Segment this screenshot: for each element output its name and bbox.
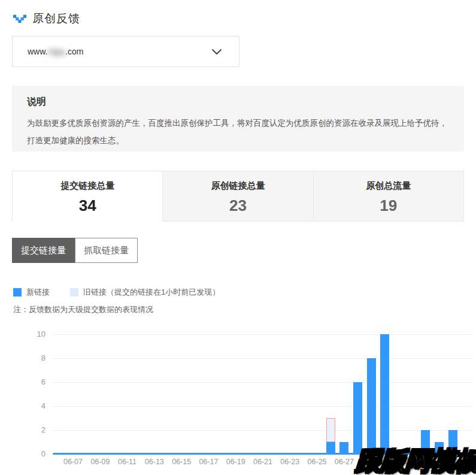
x-axis-label: 06-21 [248,458,278,466]
page-title: 原创反馈 [32,11,80,26]
bar-new-06-29 [367,358,376,454]
gridline-10 [53,334,473,335]
description-text: 为鼓励更多优质原创资源的产生，百度推出原创保护工具，将对百度认定为优质原创的资源… [27,114,449,149]
bar-new-06-30 [380,334,389,454]
new-link-swatch-icon [13,288,22,297]
domain-blurred-part: mjpy [47,47,65,56]
bar-old-06-26 [326,418,335,442]
bar-new-06-28 [353,382,362,454]
x-axis-label: 06-13 [140,458,169,466]
stat-label: 提交链接总量 [13,180,162,192]
description-title: 说明 [27,96,449,108]
chart-note: 注：反馈数据为天级提交数据的表现情况 [13,304,153,315]
tab-original-links-total[interactable]: 原创链接总量 23 [162,171,313,222]
stat-value: 19 [314,196,463,215]
legend-label: 旧链接（提交的链接在1小时前已发现） [83,287,220,298]
baidu-v-logo-icon [13,14,26,23]
watermark: 跟版网模板 [354,444,476,475]
y-axis-label: 4 [0,401,46,410]
y-axis-label: 6 [0,377,46,386]
gridline-2 [53,430,473,431]
y-axis-label: 8 [0,353,46,362]
stat-label: 原创总流量 [314,180,463,192]
x-axis-label: 06-11 [113,458,143,466]
x-axis-label: 06-23 [275,458,305,466]
stat-label: 原创链接总量 [163,180,313,192]
x-axis-label: 06-17 [193,458,223,466]
chart-plot [53,334,473,454]
stat-value: 34 [13,196,162,215]
y-axis-label: 10 [0,329,46,338]
bar-new-06-27 [339,442,348,454]
legend-item-new-links: 新链接 [13,287,50,298]
legend-item-old-links: 旧链接（提交的链接在1小时前已发现） [70,287,220,298]
legend-label: 新链接 [26,287,50,298]
tab-original-traffic-total[interactable]: 原创总流量 19 [313,171,463,222]
x-axis-label: 06-15 [166,458,196,466]
y-axis-label: 0 [0,449,46,458]
stat-value: 23 [163,196,313,215]
x-axis-label: 06-25 [302,458,332,466]
original-feedback-page: 原创反馈 www.mjpy.com 说明 为鼓励更多优质原创资源的产生，百度推出… [0,0,476,475]
description-box: 说明 为鼓励更多优质原创资源的产生，百度推出原创保护工具，将对百度认定为优质原创… [12,86,464,152]
gridline-8 [53,358,473,359]
stat-tabs: 提交链接总量 34 原创链接总量 23 原创总流量 19 [12,171,464,222]
selected-site-domain: www.mjpy.com [28,47,83,56]
tab-submitted-links-total[interactable]: 提交链接总量 34 [13,171,162,222]
gridline-6 [53,382,473,383]
bar-new-06-26 [326,442,335,454]
old-link-swatch-icon [70,288,78,297]
x-axis-label: 06-09 [85,458,115,466]
crawled-links-button[interactable]: 抓取链接量 [75,238,138,263]
site-selector-dropdown[interactable]: www.mjpy.com [12,36,239,67]
chart-mode-toggle: 提交链接量 抓取链接量 [12,238,138,263]
x-axis-label: 06-19 [221,458,251,466]
chart-legend: 新链接 旧链接（提交的链接在1小时前已发现） [13,287,240,298]
page-header: 原创反馈 [13,11,80,26]
x-axis-label: 06-07 [58,458,88,466]
gridline-4 [53,406,473,407]
y-axis-label: 2 [0,425,46,434]
x-axis-label: 06-27 [329,458,359,466]
chevron-down-icon [211,49,222,55]
submitted-links-button[interactable]: 提交链接量 [12,238,75,263]
